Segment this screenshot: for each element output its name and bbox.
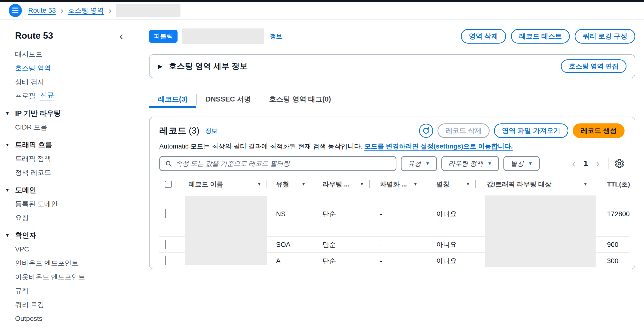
row-checkbox[interactable] [165, 240, 166, 249]
sidebar-item-profiles[interactable]: 프로필 신규 [15, 89, 136, 103]
sidebar-item-policy-records[interactable]: 정책 레코드 [15, 166, 136, 179]
sidebar-collapse-icon[interactable]: ‹ [120, 30, 123, 41]
tab-dnssec-signing[interactable]: DNSSEC 서명 [197, 92, 260, 107]
column-label: 레코드 이름 [188, 180, 223, 189]
sidebar-title: Route 53 [15, 31, 53, 41]
column-label: 라우팅 ... [322, 180, 350, 189]
row-checkbox[interactable] [165, 256, 166, 265]
next-page-icon[interactable]: › [595, 159, 601, 168]
delete-zone-button[interactable]: 영역 삭제 [461, 29, 506, 44]
search-icon [165, 160, 172, 167]
caret-down-icon: ▼ [5, 233, 10, 238]
sidebar-item-query-logging[interactable]: 쿼리 로깅 [15, 298, 136, 311]
sort-icon: ▼ [466, 182, 470, 186]
sidebar-item-requests[interactable]: 요청 [15, 211, 136, 225]
sidebar-item-outposts[interactable]: Outposts [15, 311, 136, 325]
pagination: ‹ 1 › [571, 158, 625, 169]
filter-mode-description: Automatic 모드는 최상의 필터 결과에 최적화된 현재 검색 동작입니… [159, 142, 630, 151]
hosted-zone-details-card: ▶ 호스팅 영역 세부 정보 호스팅 영역 편집 [149, 54, 635, 78]
sidebar-section-label: 트래픽 흐름 [15, 140, 52, 150]
column-header-alias[interactable]: 별칭 ▼ [423, 177, 476, 191]
redacted-record-names [185, 196, 267, 265]
sidebar-item-traffic-policies[interactable]: 트래픽 정책 [15, 152, 136, 166]
select-all-checkbox[interactable] [165, 181, 172, 188]
column-label: 별칭 [436, 180, 450, 189]
sort-icon: ▼ [414, 182, 417, 186]
redacted-zone-name [116, 4, 180, 17]
current-page[interactable]: 1 [584, 159, 588, 168]
previous-page-icon[interactable]: ‹ [571, 159, 577, 168]
new-badge[interactable]: 신규 [40, 91, 54, 101]
ttl-cell: 300 [593, 257, 630, 265]
differentiator-cell: - [370, 241, 423, 248]
column-header-record-name[interactable]: 레코드 이름 ▼ [176, 177, 267, 191]
routing-policy-filter-dropdown[interactable]: 라우팅 정책 ▼ [442, 156, 499, 171]
info-link[interactable]: 정보 [205, 127, 218, 135]
delete-record-button[interactable]: 레코드 삭제 [438, 123, 490, 138]
settings-link[interactable]: 모드를 변경하려면 설정(settings)으로 이동합니다. [364, 143, 513, 150]
alias-filter-dropdown[interactable]: 별칭 ▼ [504, 156, 540, 171]
create-record-button[interactable]: 레코드 생성 [573, 123, 625, 138]
sidebar-item-rules[interactable]: 규칙 [15, 284, 136, 298]
caret-down-icon: ▼ [5, 187, 10, 193]
description-text: Automatic 모드는 최상의 필터 결과에 최적화된 현재 검색 동작입니… [159, 143, 362, 150]
expand-triangle-icon[interactable]: ▶ [158, 63, 162, 70]
row-checkbox[interactable] [165, 209, 166, 218]
sidebar-item-vpc[interactable]: VPC [15, 242, 136, 256]
main-content: 퍼블릭 정보 영역 삭제 레코드 테스트 쿼리 로깅 구성 ▶ 호스팅 영역 세… [136, 20, 644, 334]
dropdown-label: 라우팅 정책 [448, 159, 483, 168]
console-top-bar [0, 0, 644, 2]
column-header-type[interactable]: 유형 ▼ [267, 177, 311, 191]
column-header-differentiator[interactable]: 차별화 ... ▼ [370, 177, 423, 191]
sidebar-item-registered-domains[interactable]: 등록된 도메인 [15, 197, 136, 211]
breadcrumb: Route 53 › 호스팅 영역 › [0, 2, 644, 20]
test-record-button[interactable]: 레코드 테스트 [511, 29, 570, 44]
breadcrumb-link-route53[interactable]: Route 53 [28, 7, 56, 14]
details-card-title: 호스팅 영역 세부 정보 [169, 61, 248, 72]
import-zone-file-button[interactable]: 영역 파일 가져오기 [494, 123, 568, 138]
sidebar-item-inbound-endpoints[interactable]: 인바운드 엔드포인트 [15, 256, 136, 270]
type-filter-dropdown[interactable]: 유형 ▼ [401, 156, 437, 171]
info-link[interactable]: 정보 [270, 32, 282, 41]
routing-cell: 단순 [311, 256, 370, 266]
record-type-cell: A [267, 257, 311, 265]
redacted-record-values [485, 195, 596, 267]
sidebar-item-outbound-endpoints[interactable]: 아웃바운드 엔드포인트 [15, 270, 136, 284]
record-search-box [159, 156, 396, 171]
tab-hosted-zone-tags[interactable]: 호스팅 영역 태그(0) [260, 92, 340, 107]
sort-icon: ▼ [360, 182, 364, 186]
sidebar-item-health-checks[interactable]: 상태 검사 [15, 75, 136, 89]
record-filter-input[interactable] [176, 160, 391, 167]
sidebar-section-traffic-flow[interactable]: ▼ 트래픽 흐름 [15, 138, 136, 152]
column-label: TTL(초) [607, 180, 630, 189]
sidebar-section-domains[interactable]: ▼ 도메인 [15, 183, 136, 197]
redacted-zone-title [182, 29, 264, 44]
column-header-value[interactable]: 값/트래픽 라우팅 대상 ▼ [476, 177, 593, 191]
table-header-row: 레코드 이름 ▼ 유형 ▼ 라우팅 ... ▼ 차별화 ... ▼ [159, 177, 630, 191]
tab-bar: 레코드(3) DNSSEC 서명 호스팅 영역 태그(0) [149, 92, 635, 107]
records-count: (3) [189, 126, 200, 136]
chevron-right-icon: › [61, 6, 63, 15]
sidebar-section-ip-routing[interactable]: ▼ IP 기반 라우팅 [15, 106, 136, 120]
refresh-button[interactable] [419, 124, 433, 138]
dropdown-label: 별칭 [510, 159, 524, 168]
table-settings-button[interactable] [614, 158, 624, 169]
breadcrumb-link-hosted-zones[interactable]: 호스팅 영역 [68, 6, 104, 15]
edit-hosted-zone-button[interactable]: 호스팅 영역 편집 [561, 59, 626, 73]
sidebar-section-label: 확인자 [15, 230, 36, 240]
tab-records[interactable]: 레코드(3) [149, 92, 196, 107]
sidebar-item-hosted-zones[interactable]: 호스팅 영역 [15, 61, 136, 75]
configure-query-logging-button[interactable]: 쿼리 로깅 구성 [575, 29, 636, 44]
differentiator-cell: - [370, 257, 423, 265]
sort-icon: ▼ [257, 182, 261, 186]
sidebar-item-dashboard[interactable]: 대시보드 [15, 47, 136, 61]
select-all-cell [159, 177, 176, 191]
column-header-routing[interactable]: 라우팅 ... ▼ [311, 177, 370, 191]
dropdown-label: 유형 [408, 159, 421, 168]
sort-icon: ▼ [584, 182, 587, 186]
sidebar-section-resolver[interactable]: ▼ 확인자 [15, 228, 136, 242]
sidebar-item-cidr-collections[interactable]: CIDR 모음 [15, 120, 136, 134]
filter-toolbar: 유형 ▼ 라우팅 정책 ▼ 별칭 ▼ ‹ 1 › [159, 156, 630, 171]
menu-icon[interactable] [9, 4, 22, 17]
column-header-ttl[interactable]: TTL(초) [593, 177, 630, 191]
